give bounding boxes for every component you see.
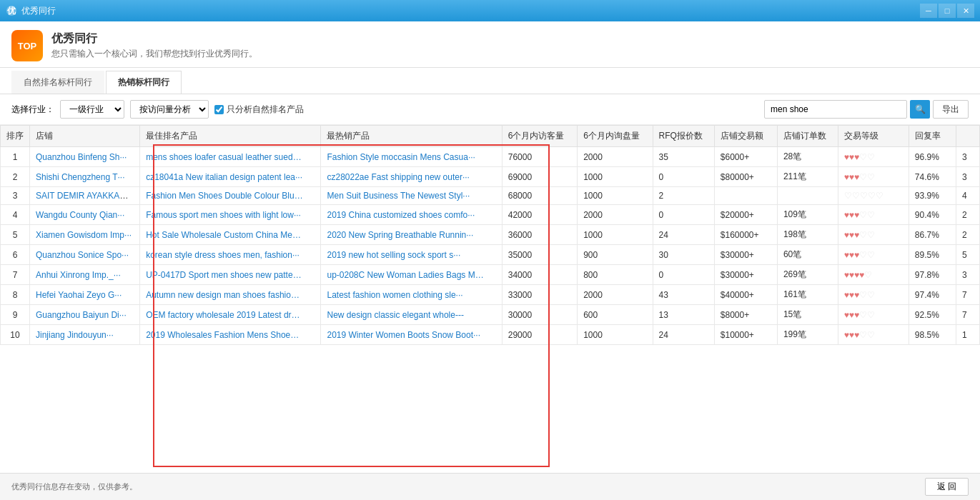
- cell-inquiries: 800: [578, 265, 653, 285]
- export-button[interactable]: 导出: [933, 100, 969, 119]
- cell-orders: 198笔: [777, 225, 838, 245]
- cell-shop[interactable]: Anhui Xinrong Imp._···: [30, 265, 140, 285]
- cell-hot-product[interactable]: 2019 new hot selling sock sport s···: [321, 245, 502, 265]
- header: TOP 优秀同行 您只需输入一个核心词，我们帮您找到行业优秀同行。: [0, 21, 980, 68]
- cell-reply-num: 2: [956, 205, 979, 225]
- cell-stars: ♥♥♥♡♡: [838, 167, 909, 187]
- cell-best-product[interactable]: UP-0417D Sport men shoes new pattern r··…: [140, 265, 321, 285]
- cell-best-product[interactable]: mens shoes loafer casual leather suede··…: [140, 147, 321, 167]
- search-button[interactable]: 🔍: [910, 100, 930, 119]
- cell-rfq: 0: [653, 167, 714, 187]
- cell-hot-product[interactable]: Fashion Style moccasin Mens Casua···: [321, 147, 502, 167]
- toolbar: 选择行业： 一级行业 按访问量分析 只分析自然排名产品 🔍 导出: [0, 94, 980, 125]
- cell-orders: 269笔: [777, 265, 838, 285]
- cell-rank: 9: [1, 305, 30, 325]
- cell-shop[interactable]: Quanzhou Sonice Spo···: [30, 245, 140, 265]
- analysis-select[interactable]: 按访问量分析: [130, 100, 209, 119]
- cell-hot-product[interactable]: 2020 New Spring Breathable Runnin···: [321, 225, 502, 245]
- cell-hot-product[interactable]: Men Suit Business The Newest Styl···: [321, 187, 502, 205]
- natural-only-label: 只分析自然排名产品: [227, 104, 304, 116]
- cell-stars: ♥♥♥♡♡: [838, 305, 909, 325]
- cell-orders: 199笔: [777, 325, 838, 345]
- cell-best-product[interactable]: 2019 Wholesales Fashion Mens Shoes Sne··…: [140, 325, 321, 345]
- col-stars: 交易等级: [838, 126, 909, 147]
- cell-visitors: 36000: [502, 225, 577, 245]
- cell-best-product[interactable]: OEM factory wholesale 2019 Latest dres··…: [140, 305, 321, 325]
- col-hot-product: 最热销产品: [321, 126, 502, 147]
- cell-rank: 8: [1, 285, 30, 305]
- col-trade-amount: 店铺交易额: [714, 126, 777, 147]
- cell-stars: ♥♥♥♡♡: [838, 205, 909, 225]
- cell-reply: 92.5%: [909, 305, 956, 325]
- cell-orders: 109笔: [777, 205, 838, 225]
- table-row: 8 Hefei Yaohai Zeyo G··· Autumn new desi…: [1, 285, 980, 305]
- tab-natural[interactable]: 自然排名标杆同行: [11, 71, 104, 94]
- cell-inquiries: 900: [578, 245, 653, 265]
- cell-shop[interactable]: Quanzhou Binfeng Sh···: [30, 147, 140, 167]
- col-inquiries: 6个月内询盘量: [578, 126, 653, 147]
- cell-best-product[interactable]: Famous sport men shoes with light low···: [140, 205, 321, 225]
- footer-notice: 优秀同行信息存在变动，仅供参考。: [11, 481, 137, 492]
- cell-rank: 10: [1, 325, 30, 345]
- cell-reply-num: 7: [956, 305, 979, 325]
- cell-reply: 90.4%: [909, 205, 956, 225]
- cell-trade-amount: $30000+: [714, 245, 777, 265]
- cell-hot-product[interactable]: cz28022ae Fast shipping new outer···: [321, 167, 502, 187]
- cell-visitors: 33000: [502, 285, 577, 305]
- restore-button[interactable]: □: [939, 4, 956, 18]
- col-shop: 店铺: [30, 126, 140, 147]
- cell-shop[interactable]: Jinjiang Jindouyun···: [30, 325, 140, 345]
- col-reply: 回复率: [909, 126, 956, 147]
- cell-reply-num: 7: [956, 285, 979, 305]
- cell-best-product[interactable]: Autumn new design man shoes fashion ou··…: [140, 285, 321, 305]
- cell-hot-product[interactable]: 2019 Winter Women Boots Snow Boot···: [321, 325, 502, 345]
- col-rfq: RFQ报价数: [653, 126, 714, 147]
- cell-reply-num: 4: [956, 187, 979, 205]
- cell-rfq: 2: [653, 187, 714, 205]
- cell-reply-num: 3: [956, 167, 979, 187]
- cell-hot-product[interactable]: up-0208C New Woman Ladies Bags Me···: [321, 265, 502, 285]
- cell-inquiries: 1000: [578, 187, 653, 205]
- cell-shop[interactable]: SAIT DEMIR AYAKKABI···: [30, 187, 140, 205]
- return-button[interactable]: 返 回: [925, 478, 969, 496]
- cell-shop[interactable]: Xiamen Gowisdom Imp···: [30, 225, 140, 245]
- cell-inquiries: 2000: [578, 147, 653, 167]
- cell-best-product[interactable]: Hot Sale Wholesale Custom China Men Ca··…: [140, 225, 321, 245]
- cell-rfq: 0: [653, 205, 714, 225]
- cell-reply: 86.7%: [909, 225, 956, 245]
- cell-shop[interactable]: Guangzhou Baiyun Di···: [30, 305, 140, 325]
- table-row: 2 Shishi Chengzheng T··· cz18041a New it…: [1, 167, 980, 187]
- col-best-product: 最佳排名产品: [140, 126, 321, 147]
- cell-visitors: 42000: [502, 205, 577, 225]
- industry-select[interactable]: 一级行业: [60, 100, 124, 119]
- cell-shop[interactable]: Hefei Yaohai Zeyo G···: [30, 285, 140, 305]
- cell-inquiries: 1000: [578, 325, 653, 345]
- cell-best-product[interactable]: Fashion Men Shoes Double Colour Blue T··…: [140, 187, 321, 205]
- cell-reply: 97.4%: [909, 285, 956, 305]
- cell-hot-product[interactable]: 2019 China customized shoes comfo···: [321, 205, 502, 225]
- cell-hot-product[interactable]: Latest fashion women clothing sle···: [321, 285, 502, 305]
- minimize-button[interactable]: ─: [920, 4, 937, 18]
- cell-shop[interactable]: Wangdu County Qian···: [30, 205, 140, 225]
- cell-reply: 97.8%: [909, 265, 956, 285]
- close-button[interactable]: ✕: [957, 4, 974, 18]
- cell-reply: 93.9%: [909, 187, 956, 205]
- table-row: 4 Wangdu County Qian··· Famous sport men…: [1, 205, 980, 225]
- cell-rfq: 43: [653, 285, 714, 305]
- title-bar: 优 优秀同行 ─ □ ✕: [0, 0, 980, 21]
- app-name: 优秀同行: [51, 31, 257, 46]
- natural-only-checkbox-label[interactable]: 只分析自然排名产品: [214, 104, 304, 116]
- cell-hot-product[interactable]: New design classic elegant whole---: [321, 305, 502, 325]
- title-text: 优秀同行: [21, 5, 56, 17]
- cell-best-product[interactable]: cz18041a New italian design patent lea··…: [140, 167, 321, 187]
- cell-best-product[interactable]: korean style dress shoes men, fashion···: [140, 245, 321, 265]
- search-input[interactable]: [764, 100, 907, 119]
- table-row: 3 SAIT DEMIR AYAKKABI··· Fashion Men Sho…: [1, 187, 980, 205]
- cell-shop[interactable]: Shishi Chengzheng T···: [30, 167, 140, 187]
- cell-rank: 6: [1, 245, 30, 265]
- natural-only-checkbox[interactable]: [214, 105, 224, 114]
- cell-reply-num: 3: [956, 147, 979, 167]
- cell-visitors: 76000: [502, 147, 577, 167]
- cell-rank: 7: [1, 265, 30, 285]
- tab-hot[interactable]: 热销标杆同行: [106, 71, 182, 94]
